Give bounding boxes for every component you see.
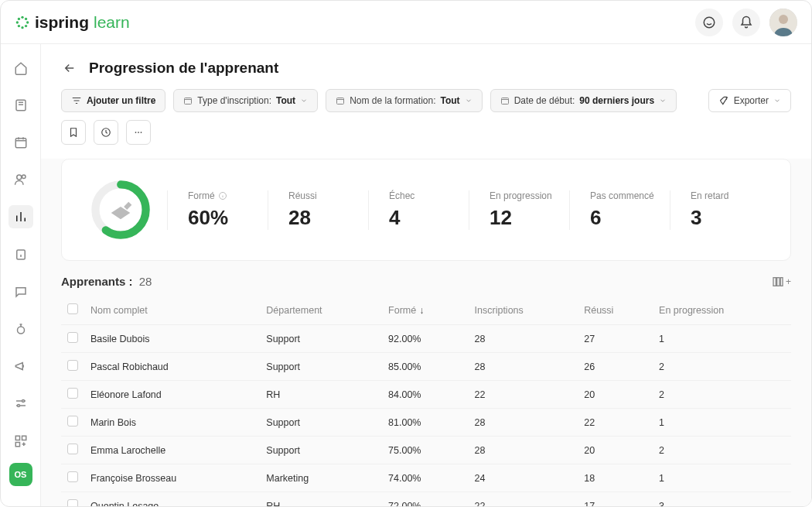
cell-passed: 20 — [578, 437, 653, 464]
cell-name: Pascal Robichaud — [84, 353, 260, 381]
col-passed[interactable]: Réussi — [578, 296, 653, 325]
more-button[interactable] — [126, 120, 151, 145]
cell-dept: Support — [260, 437, 382, 464]
svg-rect-24 — [501, 98, 508, 104]
sliders-icon[interactable] — [9, 392, 33, 415]
info-icon[interactable] — [218, 191, 227, 200]
learners-table: Nom complet Département Formé↓ Inscripti… — [41, 296, 811, 506]
table-row[interactable]: Eléonore Lafond RH 84.00% 22 20 2 — [61, 381, 791, 409]
svg-point-10 — [779, 15, 788, 24]
stat-trained: Formé 60% — [167, 190, 268, 230]
row-checkbox[interactable] — [67, 332, 78, 343]
book-icon[interactable] — [9, 94, 33, 117]
calendar-icon[interactable] — [9, 131, 33, 154]
row-checkbox[interactable] — [67, 388, 78, 399]
home-icon[interactable] — [9, 57, 33, 80]
cell-inprog: 2 — [653, 353, 791, 381]
cell-enroll: 28 — [469, 353, 578, 381]
cell-inprog: 1 — [653, 325, 791, 353]
cell-inprog: 2 — [653, 437, 791, 464]
select-all-checkbox[interactable] — [67, 303, 78, 314]
cell-name: Françoise Brosseau — [84, 464, 260, 492]
svg-point-7 — [25, 17, 27, 19]
svg-point-26 — [135, 132, 137, 133]
os-badge[interactable]: OS — [9, 463, 32, 486]
sort-desc-icon: ↓ — [419, 305, 424, 316]
svg-point-18 — [17, 404, 19, 406]
content: Progression de l'apprenant Ajouter un fi… — [41, 44, 811, 506]
cell-trained: 72.00% — [382, 492, 468, 507]
svg-point-2 — [16, 21, 19, 23]
cell-trained: 84.00% — [382, 381, 468, 409]
bookmark-button[interactable] — [61, 120, 86, 145]
page-title: Progression de l'apprenant — [89, 60, 278, 77]
row-checkbox[interactable] — [67, 471, 78, 482]
row-checkbox[interactable] — [67, 444, 78, 454]
columns-button[interactable]: + — [772, 276, 791, 288]
logo-icon — [15, 15, 30, 30]
apps-icon[interactable] — [9, 429, 33, 454]
archive-icon[interactable] — [9, 242, 33, 265]
logo-text-learn: learn — [94, 13, 130, 32]
svg-point-28 — [141, 132, 142, 133]
cell-passed: 26 — [578, 353, 653, 381]
sidebar: OS — [1, 44, 41, 506]
goals-icon[interactable] — [9, 317, 33, 341]
cell-passed: 20 — [578, 381, 653, 409]
col-inprog[interactable]: En progression — [653, 296, 791, 325]
add-filter-button[interactable]: Ajouter un filtre — [61, 89, 165, 112]
message-icon[interactable] — [9, 280, 33, 303]
filter-start-date[interactable]: Date de début: 90 derniers jours — [490, 89, 677, 112]
chat-icon[interactable] — [695, 9, 723, 36]
row-checkbox[interactable] — [67, 499, 78, 506]
cell-enroll: 28 — [469, 409, 578, 437]
back-button[interactable] — [61, 60, 78, 77]
table-row[interactable]: Marin Bois Support 81.00% 28 22 1 — [61, 409, 791, 437]
page-header: Progression de l'apprenant Ajouter un fi… — [41, 44, 811, 159]
cell-name: Quentin Lesage — [84, 492, 260, 507]
table-row[interactable]: Basile Dubois Support 92.00% 28 27 1 — [61, 325, 791, 353]
megaphone-icon[interactable] — [9, 355, 33, 378]
svg-point-0 — [21, 15, 23, 18]
users-icon[interactable] — [9, 168, 33, 191]
history-button[interactable] — [94, 120, 118, 145]
svg-point-16 — [17, 327, 24, 334]
table-row[interactable]: Françoise Brosseau Marketing 74.00% 24 1… — [61, 464, 791, 492]
cell-dept: RH — [260, 381, 382, 409]
cell-passed: 17 — [578, 492, 653, 507]
cell-trained: 81.00% — [382, 409, 468, 437]
svg-point-3 — [26, 21, 29, 23]
row-checkbox[interactable] — [67, 416, 78, 426]
logo[interactable]: ispring learn — [15, 13, 130, 32]
stats-card: Formé 60% Réussi 28 Échec 4 En progressi… — [61, 159, 791, 261]
cell-name: Emma Larochelle — [84, 437, 260, 464]
col-enroll[interactable]: Inscriptions — [469, 296, 578, 325]
filter-row: Ajouter un filtre Type d'inscription: To… — [61, 89, 791, 159]
filter-enroll-type[interactable]: Type d'inscription: Tout — [173, 89, 318, 112]
svg-rect-34 — [780, 277, 783, 286]
bell-icon[interactable] — [732, 9, 760, 36]
table-row[interactable]: Quentin Lesage RH 72.00% 22 17 3 — [61, 492, 791, 507]
svg-rect-19 — [15, 436, 19, 440]
col-trained[interactable]: Formé↓ — [382, 296, 468, 325]
table-row[interactable]: Pascal Robichaud Support 85.00% 28 26 2 — [61, 353, 791, 381]
cell-trained: 92.00% — [382, 325, 468, 353]
svg-rect-32 — [773, 277, 776, 286]
svg-point-14 — [22, 175, 26, 179]
table-row[interactable]: Emma Larochelle Support 75.00% 28 20 2 — [61, 437, 791, 464]
avatar[interactable] — [769, 9, 797, 36]
chevron-down-icon — [773, 97, 781, 104]
chevron-down-icon — [465, 97, 473, 104]
export-button[interactable]: Exporter — [708, 89, 791, 112]
svg-rect-33 — [777, 277, 780, 286]
col-name[interactable]: Nom complet — [84, 296, 260, 325]
cell-passed: 27 — [578, 325, 653, 353]
filter-training-name[interactable]: Nom de la formation: Tout — [326, 89, 483, 112]
svg-point-13 — [16, 175, 21, 180]
cell-passed: 22 — [578, 409, 653, 437]
cell-inprog: 1 — [653, 409, 791, 437]
col-dept[interactable]: Département — [260, 296, 382, 325]
row-checkbox[interactable] — [67, 360, 78, 371]
stat-failed: Échec 4 — [368, 190, 469, 230]
reports-icon[interactable] — [9, 205, 33, 228]
